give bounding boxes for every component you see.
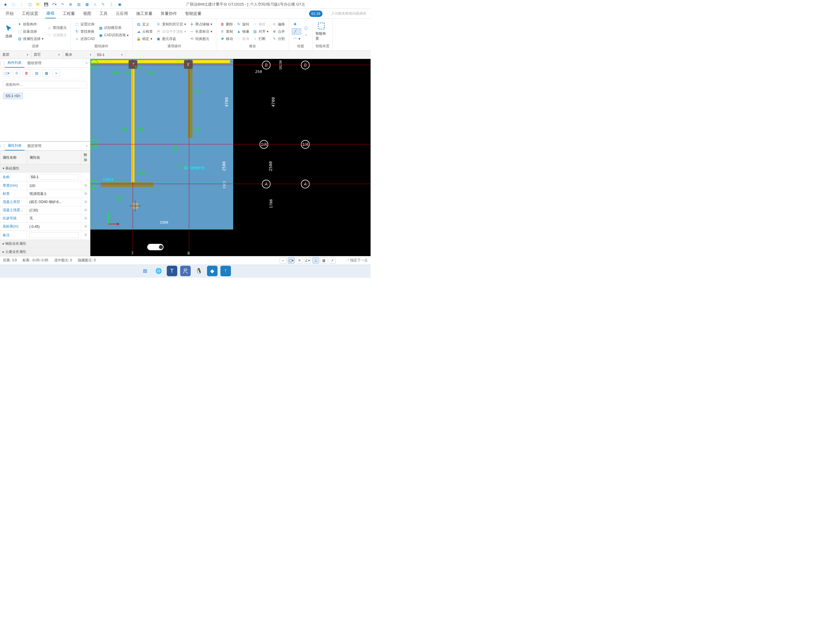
attach-toggle[interactable] (84, 209, 87, 212)
snap-endpoint[interactable]: ⌐ (279, 257, 287, 264)
filter-element[interactable]: ▽过滤图元 (46, 32, 68, 38)
rotate[interactable]: ↻旋转 (235, 21, 250, 27)
group-civil[interactable]: ▸ 土建业务属性 (0, 248, 90, 256)
move[interactable]: ✥移动 (219, 36, 234, 42)
menu-construction[interactable]: 施工算量 (135, 9, 154, 18)
type-selector[interactable]: 散水▼ (63, 51, 95, 59)
batch-select[interactable]: ⬚批量选择 (16, 28, 44, 35)
draw-circle[interactable]: ○ (303, 32, 309, 38)
component-layers[interactable]: ▤ (33, 70, 40, 77)
trim[interactable]: ✂修剪 (252, 21, 269, 27)
snap-perp[interactable]: ⊥ (312, 257, 319, 264)
component-settings[interactable]: ▦ (43, 70, 50, 77)
tab-drawing-manage[interactable]: 图纸管理 (24, 59, 44, 67)
copy[interactable]: ⎘复制 (219, 28, 234, 35)
group-rebar[interactable]: ▸ 钢筋业务属性 (0, 240, 90, 248)
attach-toggle[interactable] (84, 225, 87, 228)
length-dim[interactable]: ↔长度标注 ▾ (189, 28, 213, 35)
snap-grid[interactable]: ▦ (321, 257, 327, 264)
attach-toggle[interactable] (84, 233, 87, 236)
draw-rect[interactable]: ▢ (303, 25, 309, 31)
convert-element[interactable]: ⟲转换图元 (189, 36, 213, 42)
menu-cloud[interactable]: 云应用 (115, 9, 129, 18)
menu-tools[interactable]: 工具 (98, 9, 109, 18)
app-tile-2[interactable]: 尺 (180, 266, 191, 276)
extend[interactable]: —延伸 (235, 36, 250, 42)
break[interactable]: ⁝打断 (252, 36, 269, 42)
drawing-canvas[interactable]: ‹ B 7 8 1/A A 1000 600 1000 500 900 100 … (90, 59, 371, 256)
app-tile-4[interactable]: ↑ (220, 266, 231, 276)
snap-track[interactable]: ↗ (328, 257, 336, 264)
component-item[interactable]: SS-1 <0> (3, 93, 23, 99)
drag-handle-icon[interactable]: ⋮⋮ (0, 144, 5, 148)
grid-icon[interactable]: ⊞ (68, 2, 73, 7)
edit-icon[interactable]: ✎ (100, 2, 106, 7)
cloud-check[interactable]: ☁云检查 (136, 28, 154, 35)
undo-icon[interactable]: ↶▾ (51, 2, 57, 7)
two-point-axis[interactable]: ╪两点辅轴 ▾ (189, 21, 213, 27)
attach-toggle[interactable] (84, 217, 87, 220)
search-hint[interactable]: 入功能名称或问题描述 (331, 11, 366, 16)
group-label-modify[interactable]: 修改 (219, 44, 286, 49)
draw-line[interactable]: ╱ (292, 28, 301, 35)
snap-intersect[interactable]: ✕ (296, 257, 303, 264)
qq-app[interactable]: 🐧 (194, 266, 204, 276)
tab-component-list[interactable]: 构件列表 (5, 59, 24, 68)
close-icon[interactable]: × (84, 144, 90, 148)
menu-smart-extract[interactable]: 智能提量 (184, 9, 203, 18)
cad-options[interactable]: ▣CAD识别选项 ▾ (97, 32, 129, 38)
prop-input-name[interactable] (30, 174, 79, 180)
select-by-attr[interactable]: ▤按属性选择 ▾ (16, 36, 44, 42)
ruler-icon[interactable]: ╫ (109, 2, 114, 7)
snap-angle[interactable]: ∠▾ (304, 257, 311, 264)
layer-icon[interactable]: ▤ (76, 2, 82, 7)
link-icon[interactable]: ⎌ (92, 2, 98, 7)
copy-component[interactable]: ⎘ (13, 70, 21, 77)
attach-toggle[interactable] (84, 192, 87, 195)
menu-modeling[interactable]: 建模 (45, 9, 56, 18)
attach-toggle[interactable] (84, 200, 87, 203)
group-label-drawing[interactable]: 图纸操作 (74, 44, 129, 49)
draw-point[interactable]: ✚ (292, 21, 301, 27)
new-component[interactable]: ▢▾ (3, 70, 11, 77)
tab-layer-manage[interactable]: 图层管理 (24, 142, 44, 150)
merge[interactable]: ⊕合并 (271, 28, 286, 35)
mirror[interactable]: ▲镜像 (235, 28, 250, 35)
floor-selector[interactable]: 首层▼ (0, 51, 32, 59)
folder-open-icon[interactable]: 📁 (35, 2, 41, 7)
export-icon[interactable]: ▣ (117, 2, 122, 7)
group-basic[interactable]: ▾ 基础属性 (0, 165, 90, 173)
tab-attributes[interactable]: 属性列表 (5, 141, 24, 150)
save-icon[interactable]: 💾 (43, 2, 49, 7)
redo-icon[interactable]: ↷ (60, 2, 65, 7)
select-tool[interactable]: 选择 (3, 21, 14, 43)
pick-component[interactable]: ✦拾取构件 (16, 21, 44, 27)
group-label-general[interactable]: 通用操作 (136, 44, 213, 49)
split[interactable]: ✎分割 (271, 36, 286, 42)
delete-component[interactable]: 🗑 (23, 70, 30, 77)
more-icon[interactable]: » (52, 70, 60, 77)
delete[interactable]: 🗑删除 (219, 21, 234, 27)
prop-input-remark[interactable] (30, 232, 79, 238)
auto-align-top[interactable]: ⬒自动平齐顶板 ▾ (155, 28, 187, 35)
edge-browser[interactable]: 🌐 (153, 266, 164, 276)
menu-collab[interactable]: 算量协作 (159, 9, 178, 18)
define[interactable]: ▤定义 (136, 21, 154, 27)
table-icon[interactable]: ▦ (84, 2, 90, 7)
identify-floor-table[interactable]: ▦识别楼层表 (97, 25, 129, 31)
new-icon[interactable]: ⬚ (11, 2, 16, 7)
align[interactable]: ▤对齐 ▾ (252, 28, 269, 35)
set-scale[interactable]: ⬚设置比例 (74, 21, 96, 27)
menu-quantity[interactable]: 工程量 (62, 9, 76, 18)
app-tile-3[interactable]: ◆ (207, 266, 218, 276)
draw-arc[interactable]: ◠▾ (292, 36, 301, 42)
drag-handle-icon[interactable]: ⋮⋮ (0, 61, 5, 65)
snap-mid[interactable]: ▢▾ (288, 257, 295, 264)
offset[interactable]: ⊂偏移 (271, 21, 286, 27)
restore-cad[interactable]: ⎌还原CAD (74, 36, 96, 42)
app-tile-1[interactable]: T (167, 266, 177, 276)
menu-view[interactable]: 视图 (82, 9, 92, 18)
file-new-icon[interactable]: ▢ (27, 2, 33, 7)
element-save[interactable]: ▣图元存盘 (155, 36, 187, 42)
component-selector[interactable]: SS-1▼ (95, 51, 126, 59)
